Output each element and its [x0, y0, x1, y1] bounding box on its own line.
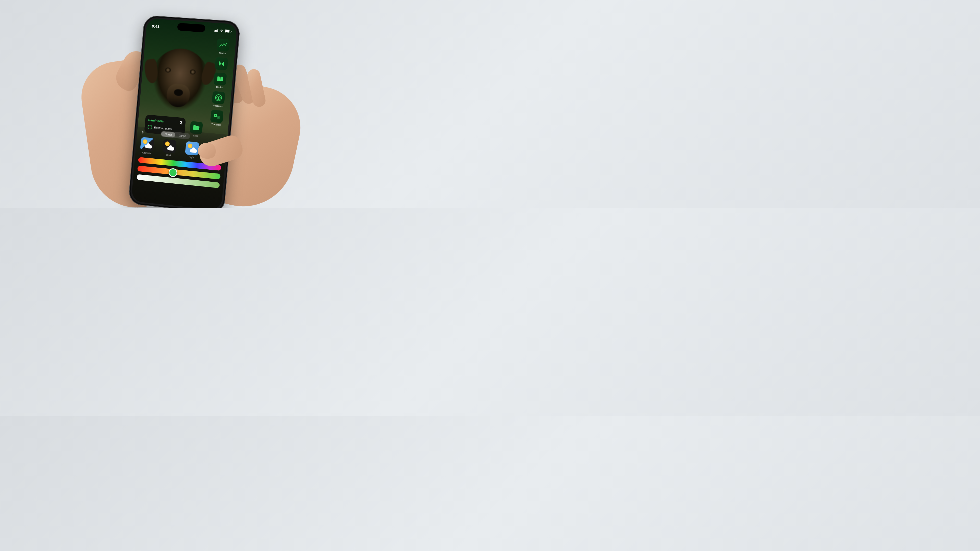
podcasts-icon — [212, 91, 225, 104]
news-icon — [215, 57, 228, 70]
app-icon-column: Stocks Books Podcasts — [208, 38, 231, 127]
size-small-button[interactable]: Small — [161, 131, 175, 138]
status-time: 9:41 — [152, 24, 160, 29]
svg-point-2 — [218, 97, 219, 98]
size-large-button[interactable]: Large — [175, 132, 189, 139]
svg-text:A: A — [215, 114, 216, 117]
appearance-label: Automatic — [142, 151, 151, 155]
app-label: Translate — [211, 123, 221, 126]
app-books[interactable]: Books — [212, 72, 228, 89]
wifi-icon — [219, 29, 224, 32]
icon-size-toggle[interactable]: Small Large — [161, 130, 190, 139]
appearance-dark[interactable]: Dark — [162, 139, 177, 157]
widget-title: Reminders — [148, 118, 164, 123]
app-label: Podcasts — [213, 104, 223, 108]
cellular-signal-icon — [214, 29, 218, 32]
widget-count: 3 — [180, 120, 183, 126]
app-news[interactable] — [213, 57, 230, 70]
appearance-label: Light — [189, 156, 194, 159]
translate-icon: A文 — [210, 110, 223, 123]
hue-slider-thumb[interactable] — [168, 168, 178, 177]
battery-icon — [224, 29, 231, 33]
right-thumb-tip — [198, 143, 216, 159]
iphone-device: 9:41 Stocks — [128, 15, 241, 208]
appearance-light[interactable]: Light — [185, 141, 199, 159]
svg-text:文: 文 — [218, 117, 220, 119]
app-label: Books — [216, 86, 223, 89]
automatic-preview-icon — [140, 137, 154, 151]
home-screen-customize-panel: ☀ Small Large ✎ Automatic — [131, 127, 228, 208]
books-icon — [213, 73, 227, 86]
stocks-icon — [216, 38, 230, 52]
appearance-automatic[interactable]: Automatic — [140, 137, 154, 155]
app-translate[interactable]: A文 Translate — [208, 110, 225, 127]
app-stocks[interactable]: Stocks — [215, 38, 231, 55]
app-podcasts[interactable]: Podcasts — [210, 91, 227, 108]
wallpaper-dog-image — [146, 46, 213, 122]
phone-screen: 9:41 Stocks — [131, 18, 237, 208]
light-preview-icon — [185, 141, 199, 156]
appearance-label: Dark — [166, 154, 171, 157]
dark-preview-icon — [162, 139, 177, 154]
app-label: Stocks — [219, 52, 226, 55]
status-icons — [214, 29, 231, 33]
brightness-icon[interactable]: ☀ — [140, 129, 145, 135]
